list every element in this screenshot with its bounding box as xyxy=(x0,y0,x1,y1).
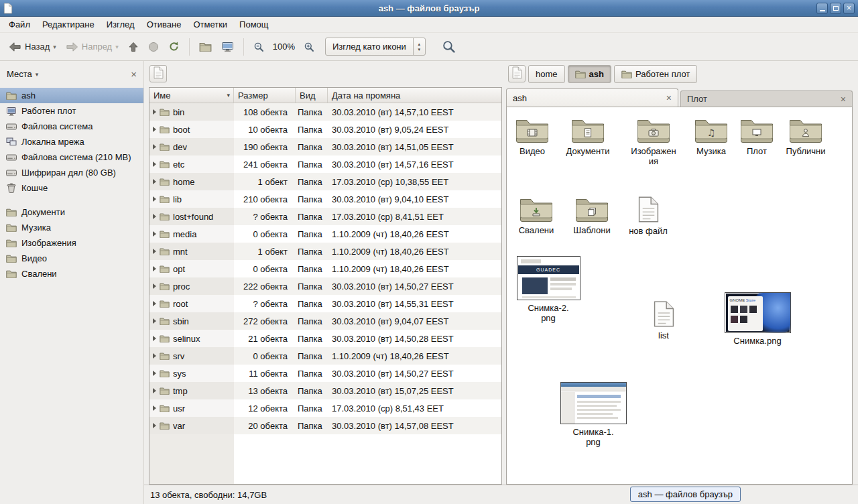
expander-icon[interactable] xyxy=(153,214,156,219)
icon-item[interactable]: list xyxy=(638,300,689,340)
reload-button[interactable] xyxy=(164,38,184,56)
expander-icon[interactable] xyxy=(153,284,156,289)
menu-edit[interactable]: Редактиране xyxy=(36,17,101,32)
left-pane-root-button[interactable] xyxy=(149,65,167,82)
forward-button[interactable]: Напред ▾ xyxy=(62,38,123,56)
table-row[interactable]: mnt1 обектПапка1.10.2009 (чт) 18,40,26 E… xyxy=(149,243,501,260)
tab-close-icon[interactable]: × xyxy=(666,92,672,103)
path-button-home[interactable]: home xyxy=(528,65,565,83)
sidebar-item[interactable]: Файлова система xyxy=(0,119,143,134)
table-row[interactable]: opt0 обектаПапка1.10.2009 (чт) 18,40,26 … xyxy=(149,260,501,277)
sidebar-item[interactable]: Шифриран дял (80 GB) xyxy=(0,165,143,180)
sidebar-item[interactable]: Документи xyxy=(0,204,143,220)
expander-icon[interactable] xyxy=(153,405,156,411)
table-row[interactable]: lost+found? обектаПапка17.03.2010 (ср) 8… xyxy=(149,208,501,225)
expander-icon[interactable] xyxy=(153,266,156,271)
tab-ash[interactable]: ash× xyxy=(506,88,678,107)
places-dropdown-icon[interactable]: ▾ xyxy=(36,71,39,78)
titlebar[interactable]: ash — файлов браузър × xyxy=(0,0,858,17)
expander-icon[interactable] xyxy=(153,162,156,167)
table-row[interactable]: selinux21 обектаПапка30.03.2010 (вт) 14,… xyxy=(149,330,501,347)
icon-item[interactable]: Свалени xyxy=(511,196,562,235)
expander-icon[interactable] xyxy=(153,301,156,306)
menu-view[interactable]: Изглед xyxy=(101,17,141,32)
table-row[interactable]: lib210 обектаПапка30.03.2010 (вт) 9,04,1… xyxy=(149,190,501,208)
table-row[interactable]: usr12 обектаПапка17.03.2010 (ср) 8,51,43… xyxy=(149,399,501,417)
sidebar-item[interactable]: Свалени xyxy=(0,266,143,281)
tab-close-icon[interactable]: × xyxy=(841,94,846,105)
table-row[interactable]: root? обектаПапка30.03.2010 (вт) 14,55,3… xyxy=(149,295,501,312)
computer-button[interactable] xyxy=(217,38,238,56)
path-button-работен-плот[interactable]: Работен плот xyxy=(614,65,697,83)
search-button[interactable] xyxy=(438,37,460,56)
table-row[interactable]: home1 обектПапка17.03.2010 (ср) 10,38,55… xyxy=(149,173,501,190)
table-row[interactable]: var20 обектаПапка30.03.2010 (вт) 14,57,0… xyxy=(149,417,501,434)
back-history-dropdown-icon[interactable]: ▾ xyxy=(53,44,56,50)
menu-go[interactable]: Отиване xyxy=(141,17,188,32)
expander-icon[interactable] xyxy=(153,144,156,149)
expander-icon[interactable] xyxy=(153,179,156,184)
pathbar-root-button[interactable] xyxy=(508,65,526,82)
minimize-button[interactable] xyxy=(816,3,828,14)
sidebar-item[interactable]: Изображения xyxy=(0,235,143,251)
column-header-size[interactable]: Размер xyxy=(234,88,296,103)
table-row[interactable]: tmp13 обектаПапка30.03.2010 (вт) 15,07,2… xyxy=(149,382,501,399)
path-button-ash[interactable]: ash xyxy=(568,65,611,83)
menu-help[interactable]: Помощ xyxy=(233,17,274,32)
expander-icon[interactable] xyxy=(153,109,156,115)
places-close-button[interactable]: × xyxy=(131,68,137,80)
sidebar-item[interactable]: Файлова система (210 MB) xyxy=(0,149,143,165)
column-header-name[interactable]: Име▾ xyxy=(149,88,234,103)
menu-file[interactable]: Файл xyxy=(3,17,36,32)
table-row[interactable]: sbin272 обектаПапка30.03.2010 (вт) 9,04,… xyxy=(149,312,501,330)
icon-item[interactable]: Плот xyxy=(731,117,782,156)
expander-icon[interactable] xyxy=(153,196,156,202)
icon-item-thumbnail[interactable]: Снимка-1.png xyxy=(560,382,627,447)
icon-item[interactable]: Публични xyxy=(780,117,831,156)
back-button[interactable]: Назад ▾ xyxy=(5,38,60,56)
stop-button[interactable] xyxy=(144,38,163,56)
table-row[interactable]: sys11 обектаПапка30.03.2010 (вт) 14,50,2… xyxy=(149,365,501,382)
home-button[interactable] xyxy=(195,38,216,55)
sidebar-item[interactable]: Работен плот xyxy=(0,103,143,119)
icon-view[interactable]: ВидеоДокументиИзображения♫МузикаПлотПубл… xyxy=(506,107,853,485)
expander-icon[interactable] xyxy=(153,127,156,132)
expander-icon[interactable] xyxy=(153,336,156,341)
tab-плот[interactable]: Плот× xyxy=(680,90,853,107)
table-row[interactable]: dev190 обектаПапка30.03.2010 (вт) 14,51,… xyxy=(149,138,501,155)
up-button[interactable] xyxy=(124,38,143,56)
table-row[interactable]: etc241 обектаПапка30.03.2010 (вт) 14,57,… xyxy=(149,155,501,173)
column-header-date[interactable]: Дата на промяна xyxy=(328,88,501,103)
table-row[interactable]: boot10 обектаПапка30.03.2010 (вт) 9,05,2… xyxy=(149,121,501,138)
table-row[interactable]: srv0 обектаПапка1.10.2009 (чт) 18,40,26 … xyxy=(149,347,501,365)
sidebar-item[interactable]: Локална мрежа xyxy=(0,134,143,149)
table-row[interactable]: media0 обектаПапка1.10.2009 (чт) 18,40,2… xyxy=(149,225,501,243)
icon-item-thumbnail[interactable]: GNOME Store Снимка.png xyxy=(722,292,793,346)
sidebar-item[interactable]: Видео xyxy=(0,251,143,266)
zoom-out-button[interactable] xyxy=(249,38,268,56)
expander-icon[interactable] xyxy=(153,249,156,254)
close-button[interactable]: × xyxy=(843,3,855,14)
expander-icon[interactable] xyxy=(153,318,156,324)
expander-icon[interactable] xyxy=(153,231,156,237)
sidebar-item[interactable]: Музика xyxy=(0,220,143,235)
expander-icon[interactable] xyxy=(153,423,156,428)
icon-item[interactable]: Изображения xyxy=(628,117,679,166)
menu-bookmarks[interactable]: Отметки xyxy=(187,17,233,32)
maximize-button[interactable] xyxy=(830,3,841,14)
sidebar-item[interactable]: Кошче xyxy=(0,180,143,196)
icon-item-thumbnail[interactable]: GUADEC Снимка-2.png xyxy=(515,256,582,323)
view-mode-select[interactable]: Изглед като икони ▴▾ xyxy=(325,38,426,56)
icon-item[interactable]: Документи xyxy=(562,117,613,156)
icon-item[interactable]: нов файл xyxy=(623,196,674,236)
icon-item[interactable]: Видео xyxy=(507,117,558,156)
expander-icon[interactable] xyxy=(153,388,156,393)
zoom-in-button[interactable] xyxy=(300,38,318,56)
icon-item[interactable]: ♫Музика xyxy=(686,117,737,156)
table-row[interactable]: proc222 обектаПапка30.03.2010 (вт) 14,50… xyxy=(149,277,501,295)
column-header-type[interactable]: Вид xyxy=(296,88,328,103)
expander-icon[interactable] xyxy=(153,353,156,359)
icon-item[interactable]: Шаблони xyxy=(566,196,617,235)
sidebar-item[interactable]: ash xyxy=(0,88,143,103)
table-row[interactable]: bin108 обектаПапка30.03.2010 (вт) 14,57,… xyxy=(149,103,501,121)
